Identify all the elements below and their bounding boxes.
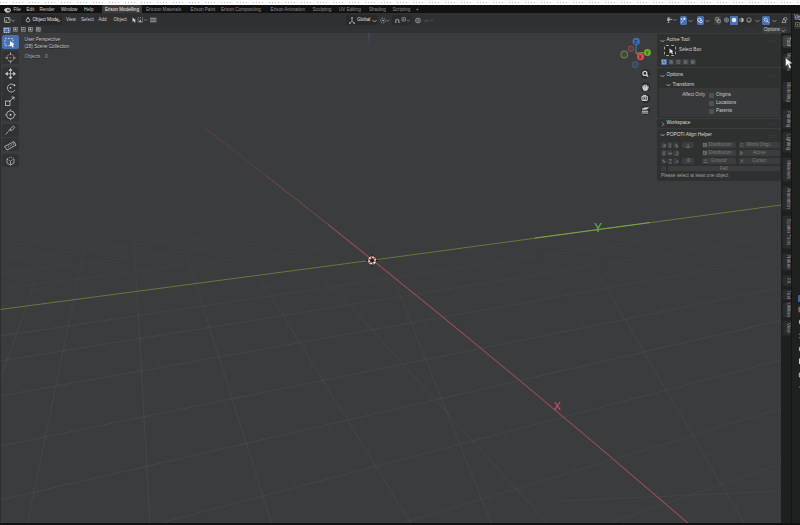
svg-text:Z: Z (634, 40, 637, 45)
svg-text:X: X (554, 400, 562, 412)
svg-text:Y: Y (594, 221, 602, 235)
